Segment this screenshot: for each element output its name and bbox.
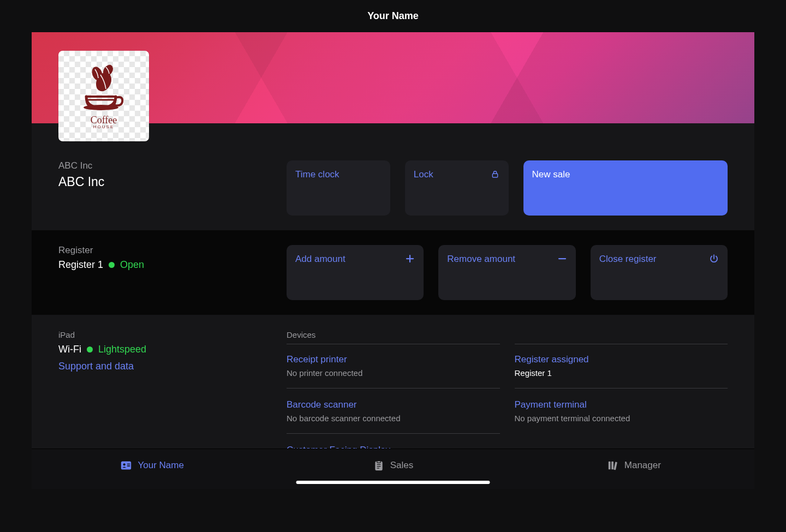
device-payment-terminal-link[interactable]: Payment terminal bbox=[515, 399, 728, 410]
logo-caption: Coffee bbox=[91, 115, 117, 125]
svg-rect-12 bbox=[127, 463, 130, 464]
power-icon bbox=[709, 254, 719, 264]
register-section: Register Register 1 Open Add amount Remo… bbox=[32, 230, 754, 315]
device-receipt-printer-status: No printer connected bbox=[287, 368, 362, 378]
lock-icon bbox=[490, 169, 500, 179]
register-status: Open bbox=[120, 259, 144, 271]
device-item-receipt-printer: Receipt printer No printer connected bbox=[287, 354, 500, 388]
remove-amount-button[interactable]: Remove amount bbox=[438, 245, 575, 300]
new-sale-label: New sale bbox=[532, 169, 570, 180]
hero-banner: Coffee HOUSE bbox=[32, 32, 754, 123]
tab-profile-label: Your Name bbox=[138, 460, 183, 471]
company-logo: Coffee HOUSE bbox=[58, 51, 149, 141]
device-barcode-scanner-link[interactable]: Barcode scanner bbox=[287, 399, 500, 410]
lock-label: Lock bbox=[414, 169, 433, 180]
profile-card-icon bbox=[120, 459, 132, 471]
logo-subcaption: HOUSE bbox=[91, 125, 117, 129]
wifi-status-dot-icon bbox=[87, 346, 93, 352]
ipad-label: iPad bbox=[58, 330, 287, 339]
connection-type: Wi-Fi bbox=[58, 344, 81, 355]
tab-manager-label: Manager bbox=[624, 460, 661, 471]
new-sale-button[interactable]: New sale bbox=[523, 160, 728, 216]
minus-icon bbox=[557, 254, 567, 264]
home-indicator bbox=[296, 481, 490, 484]
device-receipt-printer-link[interactable]: Receipt printer bbox=[287, 354, 500, 365]
tab-manager[interactable]: Manager bbox=[514, 449, 754, 489]
svg-rect-19 bbox=[609, 461, 611, 469]
register-name: Register 1 bbox=[58, 259, 103, 271]
svg-point-11 bbox=[123, 463, 126, 465]
support-and-data-link[interactable]: Support and data bbox=[58, 361, 287, 372]
device-register-assigned-value: Register 1 bbox=[515, 368, 552, 378]
status-dot-icon bbox=[109, 262, 115, 268]
tab-profile[interactable]: Your Name bbox=[32, 449, 272, 489]
company-subtitle: ABC Inc bbox=[58, 160, 287, 171]
bookshelf-icon bbox=[607, 459, 619, 471]
page-title: Your Name bbox=[367, 10, 419, 22]
plus-icon bbox=[405, 254, 415, 264]
register-label: Register bbox=[58, 245, 287, 256]
device-payment-terminal-status: No payment terminal connected bbox=[515, 414, 630, 423]
wifi-network-name: Lightspeed bbox=[98, 344, 146, 355]
add-amount-label: Add amount bbox=[295, 254, 346, 264]
coffee-logo-icon bbox=[76, 63, 131, 117]
clipboard-icon bbox=[373, 459, 385, 471]
device-register-assigned-link[interactable]: Register assigned bbox=[515, 354, 728, 365]
time-clock-button[interactable]: Time clock bbox=[287, 160, 390, 216]
lock-button[interactable]: Lock bbox=[405, 160, 509, 216]
top-header: Your Name bbox=[32, 0, 754, 32]
company-name: ABC Inc bbox=[58, 175, 287, 189]
devices-heading: Devices bbox=[287, 330, 728, 339]
remove-amount-label: Remove amount bbox=[447, 254, 515, 264]
device-item-payment-terminal: Payment terminal No payment terminal con… bbox=[515, 399, 728, 433]
add-amount-button[interactable]: Add amount bbox=[287, 245, 424, 300]
close-register-label: Close register bbox=[599, 254, 657, 264]
svg-rect-13 bbox=[127, 465, 130, 467]
svg-rect-20 bbox=[611, 461, 614, 469]
device-item-barcode-scanner: Barcode scanner No barcode scanner conne… bbox=[287, 399, 500, 434]
tab-sales-label: Sales bbox=[390, 460, 414, 471]
device-barcode-scanner-status: No barcode scanner connected bbox=[287, 414, 400, 423]
svg-rect-6 bbox=[492, 174, 497, 177]
time-clock-label: Time clock bbox=[295, 169, 340, 180]
device-item-register-assigned: Register assigned Register 1 bbox=[515, 354, 728, 388]
close-register-button[interactable]: Close register bbox=[591, 245, 728, 300]
svg-rect-21 bbox=[614, 462, 617, 470]
svg-rect-15 bbox=[377, 461, 380, 462]
